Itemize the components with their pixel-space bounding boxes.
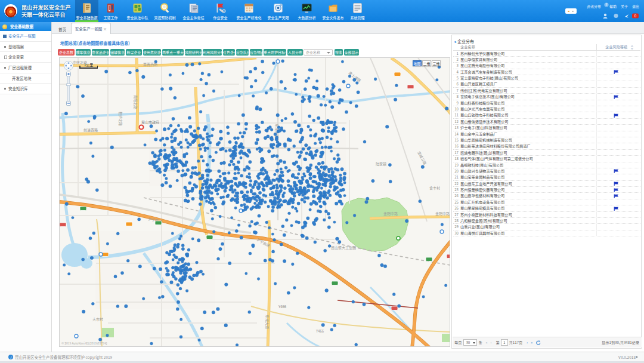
svg-text:金阳中路: 金阳中路 <box>383 211 398 216</box>
svg-text:柏庐北路: 柏庐北路 <box>118 112 123 126</box>
svg-text:合丰村: 合丰村 <box>429 185 440 190</box>
svg-text:0: 0 <box>634 13 637 19</box>
svg-text:前进西路: 前进西路 <box>83 127 98 133</box>
svg-text:?: ? <box>606 2 608 7</box>
svg-text:Y466: Y466 <box>315 328 324 334</box>
svg-text:昆山聚大工业园: 昆山聚大工业园 <box>331 245 356 250</box>
svg-text:东城大道: 东城大道 <box>265 315 270 329</box>
svg-text:昆山市政府: 昆山市政府 <box>141 119 159 125</box>
svg-text:金阳中路: 金阳中路 <box>435 211 450 216</box>
svg-text:Y466: Y466 <box>278 304 287 309</box>
svg-text:陆家镇: 陆家镇 <box>376 161 386 167</box>
svg-text:青阳北路: 青阳北路 <box>133 95 138 109</box>
svg-text:大市村: 大市村 <box>92 316 103 322</box>
